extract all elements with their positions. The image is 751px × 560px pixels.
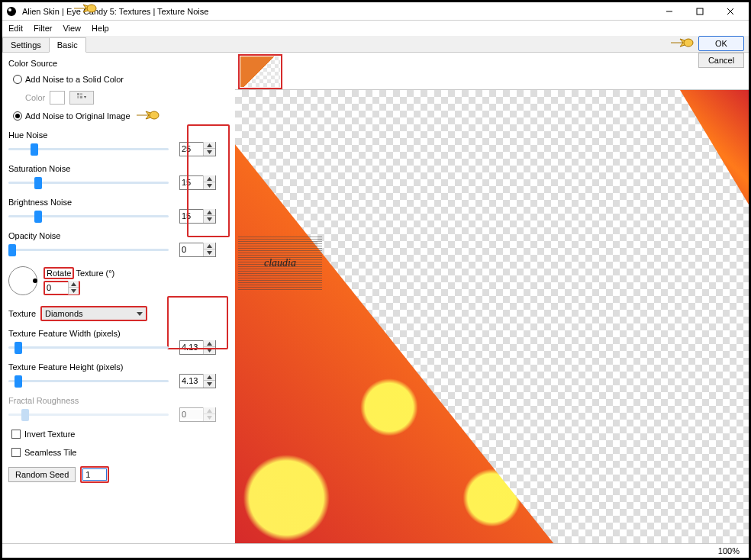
texture-combo[interactable]: Diamonds <box>40 306 147 321</box>
slider-thumb[interactable] <box>15 375 22 388</box>
tab-row: Settings Basic OK Cancel <box>2 36 749 53</box>
rotate-dial[interactable] <box>8 266 37 295</box>
radio-icon <box>13 75 22 84</box>
slider-thumb[interactable] <box>31 143 38 156</box>
svg-point-0 <box>7 7 16 16</box>
seamless-checkbox[interactable]: Seamless Tile <box>11 446 229 459</box>
rotate-spinner[interactable] <box>44 281 80 295</box>
rotate-label: Rotate <box>44 267 74 279</box>
feature-height-spinner[interactable] <box>179 374 216 388</box>
random-seed-label: Random Seed <box>15 470 69 479</box>
slider-thumb[interactable] <box>8 244 16 256</box>
fractal-spinner <box>179 407 216 422</box>
fractal-slider <box>8 414 169 416</box>
svg-point-7 <box>684 39 693 47</box>
svg-point-12 <box>150 111 159 119</box>
svg-rect-11 <box>80 96 82 98</box>
slider-thumb <box>21 409 29 421</box>
tab-basic[interactable]: Basic <box>49 37 86 53</box>
radio-icon <box>13 111 22 121</box>
texture-label: Texture <box>8 309 36 318</box>
svg-rect-3 <box>697 8 703 14</box>
radio-original-image[interactable]: Add Noise to Original Image <box>13 109 229 123</box>
fractal-label: Fractal Roughness <box>8 396 229 405</box>
slider-thumb[interactable] <box>34 211 42 223</box>
svg-point-1 <box>8 8 11 11</box>
random-seed-button[interactable]: Random Seed <box>8 467 76 482</box>
preview-texture <box>235 90 749 543</box>
highlight-box <box>167 296 228 349</box>
menu-help[interactable]: Help <box>92 24 109 33</box>
titlebar: Alien Skin | Eye Candy 5: Textures | Tex… <box>2 2 749 21</box>
feature-height-slider[interactable] <box>8 380 169 382</box>
preview-texture <box>680 90 749 204</box>
feature-height-label: Texture Feature Height (pixels) <box>8 362 229 372</box>
preview-thumbnail[interactable] <box>238 54 282 89</box>
svg-rect-9 <box>80 93 82 95</box>
opacity-value[interactable] <box>180 245 203 254</box>
slider-thumb[interactable] <box>34 177 42 189</box>
ok-label: OK <box>715 39 727 48</box>
feature-width-slider[interactable] <box>8 346 169 349</box>
checkbox-icon <box>11 430 21 439</box>
opacity-slider[interactable] <box>8 249 169 251</box>
radio-solid-label: Add Noise to a Solid Color <box>25 75 124 84</box>
close-button[interactable] <box>715 3 746 20</box>
app-icon <box>5 5 18 18</box>
right-panel: claudia <box>235 53 749 543</box>
seed-input[interactable] <box>82 468 107 481</box>
texture-value: Diamonds <box>45 309 83 318</box>
preview-canvas[interactable]: claudia <box>235 89 749 543</box>
menu-view[interactable]: View <box>63 24 81 33</box>
hue-slider[interactable] <box>8 148 169 150</box>
color-label: Color <box>25 93 45 102</box>
ok-button[interactable]: OK <box>698 36 744 51</box>
chevron-down-icon <box>137 311 143 317</box>
color-dropdown[interactable] <box>69 91 94 105</box>
menu-filter[interactable]: Filter <box>34 24 52 33</box>
color-source-title: Color Source <box>8 59 229 68</box>
menubar: Edit Filter View Help <box>2 21 749 36</box>
brightness-slider[interactable] <box>8 215 169 217</box>
radio-solid-color[interactable]: Add Noise to a Solid Color <box>13 72 229 86</box>
seamless-label: Seamless Tile <box>24 448 76 457</box>
radio-original-label: Add Noise to Original Image <box>25 111 131 121</box>
zoom-level: 100% <box>718 546 740 555</box>
color-swatch[interactable] <box>50 91 65 105</box>
menu-edit[interactable]: Edit <box>8 24 23 33</box>
slider-thumb[interactable] <box>15 342 22 354</box>
saturation-slider[interactable] <box>8 182 169 184</box>
svg-rect-8 <box>77 93 79 95</box>
svg-rect-10 <box>77 96 79 98</box>
pointer-hand-icon <box>135 107 161 125</box>
left-panel: Color Source Add Noise to a Solid Color … <box>2 53 235 543</box>
maximize-button[interactable] <box>685 3 715 20</box>
rotate-value[interactable] <box>45 283 68 292</box>
tab-settings[interactable]: Settings <box>2 37 50 52</box>
window-title: Alien Skin | Eye Candy 5: Textures | Tex… <box>22 7 654 16</box>
highlight-box <box>187 124 230 237</box>
pointer-hand-icon <box>669 34 695 53</box>
statusbar: 100% <box>2 543 749 558</box>
feature-height-value[interactable] <box>180 376 203 385</box>
checkbox-icon <box>11 448 21 457</box>
minimize-button[interactable] <box>654 3 685 20</box>
fractal-value <box>180 410 203 419</box>
invert-label: Invert Texture <box>24 430 75 439</box>
rotate-suffix: Texture (°) <box>76 269 114 278</box>
invert-checkbox[interactable]: Invert Texture <box>11 428 229 440</box>
opacity-spinner[interactable] <box>179 243 216 257</box>
